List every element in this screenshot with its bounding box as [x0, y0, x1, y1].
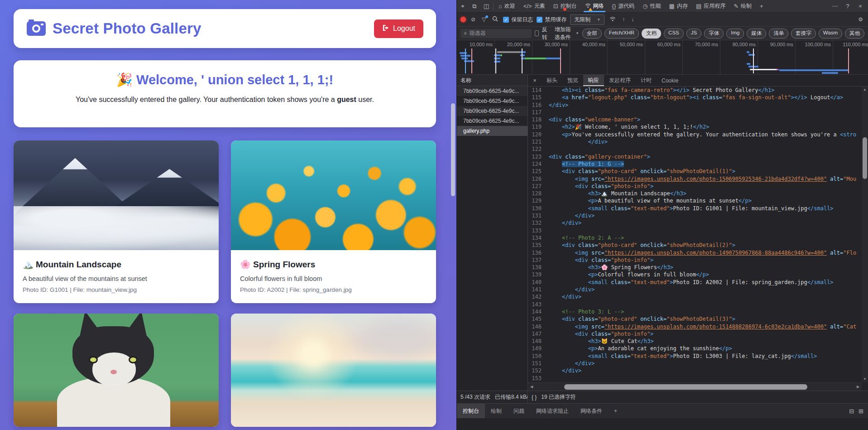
photo-description: A beautiful view of the mountains at sun… [23, 275, 210, 282]
filter-chip-Wasm[interactable]: Wasm [819, 29, 842, 39]
logout-button[interactable]: Logout [374, 19, 423, 38]
drawer-tab-网络条件[interactable]: 网络条件 [575, 404, 608, 418]
page-scrollbar[interactable] [451, 0, 455, 430]
photo-card[interactable]: 🌸 Spring FlowersColorful flowers in full… [231, 140, 436, 303]
gear-icon[interactable]: ⚙ [857, 16, 864, 23]
page-scrollbar-thumb[interactable] [451, 103, 455, 196]
scroll-right-icon[interactable]: ▶ [854, 383, 862, 391]
tab-label: 欢迎 [504, 2, 515, 10]
timeline-tick-label: 10,000 ms [470, 42, 493, 47]
horizontal-scrollbar[interactable]: ◀ ▶ [528, 382, 862, 391]
timeline-event-line [522, 48, 523, 73]
detail-tab-计时[interactable]: 计时 [636, 75, 657, 86]
tab-home[interactable]: ⌂欢迎 [494, 0, 519, 12]
response-code-viewer[interactable]: 114 <h1><i class="fas fa-camera-retro"><… [528, 87, 862, 382]
filter-chip-清单[interactable]: 清单 [769, 29, 788, 39]
tab-application[interactable]: ▤应用程序 [692, 0, 729, 12]
filter-chip-文档[interactable]: 文档 [642, 29, 661, 39]
cat-eye [129, 356, 138, 363]
drawer-tab-绘制[interactable]: 绘制 [485, 404, 508, 418]
preserve-log-toggle[interactable]: ✓ 保留日志 [503, 16, 533, 24]
tab-network[interactable]: 网络 [581, 0, 608, 12]
drawer-tab-控制台[interactable]: 控制台 [457, 404, 485, 418]
tab-sources[interactable]: {}源代码 [608, 0, 639, 12]
network-overview-timeline[interactable]: 10,000 ms20,000 ms30,000 ms40,000 ms50,0… [457, 40, 868, 75]
more-filters-button[interactable]: 增加筛选条件 ▼ [555, 26, 579, 41]
disable-cache-toggle[interactable]: ✓ 禁用缓存 [537, 16, 566, 24]
tab-add-tab[interactable]: + [756, 0, 767, 12]
filter-icon[interactable]: ▽ [480, 16, 487, 23]
photo-card[interactable]: 🏔️ Mountain LandscapeA beautiful view of… [14, 140, 219, 303]
code-line: 133 [528, 227, 862, 234]
filter-chip-Img[interactable]: Img [726, 29, 744, 39]
search-icon[interactable] [491, 16, 499, 23]
detail-tab-Cookie[interactable]: Cookie [657, 75, 683, 86]
sources-icon: {} [612, 3, 616, 10]
filter-chip-套接字[interactable]: 套接字 [791, 29, 816, 39]
inspect-element-icon[interactable]: ⌖ [457, 0, 469, 12]
line-number: 131 [528, 212, 549, 219]
detail-tab-发起程序[interactable]: 发起程序 [604, 75, 636, 86]
photo-card[interactable] [14, 314, 219, 427]
detail-tab-响应[interactable]: 响应 [583, 75, 604, 86]
tab-console[interactable]: ⊡控制台 [549, 0, 581, 12]
focus-mode-icon[interactable]: ◫ [480, 0, 492, 12]
line-number: 135 [528, 242, 549, 249]
throttling-select[interactable]: 无限制 ▼ [570, 14, 604, 25]
code-line: 150 <small class="text-muted">Photo ID: … [528, 353, 862, 360]
export-har-icon[interactable]: ↓ [630, 16, 635, 23]
scroll-up-icon[interactable]: ▲ [862, 87, 868, 93]
tab-label: 应用程序 [704, 2, 725, 10]
code-text: </div> [549, 286, 595, 293]
request-row[interactable]: 7bb09ceb-6625-4e9c... [457, 96, 528, 106]
network-conditions-icon[interactable] [608, 16, 617, 23]
detail-tab-标头[interactable]: 标头 [542, 75, 562, 86]
horizontal-scrollbar-thumb[interactable] [564, 384, 807, 390]
issues-counter-icon[interactable]: ⊟ [849, 408, 854, 415]
clear-icon[interactable]: ⊘ [470, 16, 477, 23]
code-text: <h3>🌸 Spring Flowers</h3> [549, 264, 673, 271]
drawer-add-tab[interactable]: + [608, 404, 623, 418]
request-row[interactable]: 7bb09ceb-6625-4e9c... [457, 116, 528, 126]
filter-chip-Fetch/XHR[interactable]: Fetch/XHR [604, 29, 639, 39]
filter-chip-媒体[interactable]: 媒体 [747, 29, 766, 39]
record-button[interactable] [460, 17, 466, 22]
scroll-left-icon[interactable]: ◀ [528, 383, 535, 391]
filter-chip-JS[interactable]: JS [686, 29, 701, 39]
filter-chip-其他[interactable]: 其他 [845, 29, 864, 39]
photo-card[interactable] [231, 314, 436, 427]
request-row[interactable]: 7bb09ceb-6625-4e9c... [457, 106, 528, 116]
invert-checkbox[interactable] [535, 30, 539, 36]
scroll-down-icon[interactable]: ▼ [862, 376, 868, 382]
tab-performance[interactable]: ◷性能 [638, 0, 665, 12]
more-icon[interactable]: ⋯ [829, 3, 841, 10]
filter-chip-CSS[interactable]: CSS [664, 29, 684, 39]
tab-memory[interactable]: ▦内存 [665, 0, 692, 12]
tab-paint[interactable]: ✎绘制 [729, 0, 756, 12]
transferred-size: 已传输8.4 kB/ [495, 393, 528, 401]
close-icon[interactable]: × [528, 75, 542, 86]
help-icon[interactable]: ? [842, 3, 854, 10]
request-row[interactable]: 7bb09ceb-6625-4e9c... [457, 86, 528, 96]
drawer-tab-网络请求阻止[interactable]: 网络请求阻止 [530, 404, 575, 418]
disable-cache-checkbox[interactable]: ✓ [537, 17, 542, 23]
detail-tab-预览[interactable]: 预览 [562, 75, 583, 86]
code-line: 141 </div> [528, 286, 862, 293]
line-number: 134 [528, 234, 549, 242]
vertical-scrollbar-thumb[interactable] [863, 137, 867, 179]
filter-chip-全部[interactable]: 全部 [582, 29, 602, 39]
preserve-log-checkbox[interactable]: ✓ [503, 17, 509, 23]
device-emulation-icon[interactable]: ⧉ [469, 0, 480, 12]
filter-chip-字体[interactable]: 字体 [704, 29, 724, 39]
code-line: 138 <h3>🌸 Spring Flowers</h3> [528, 264, 862, 271]
filter-input[interactable]: ≡ 筛选器 [460, 29, 532, 38]
divider [493, 2, 494, 10]
import-har-icon[interactable]: ↑ [621, 16, 626, 23]
tab-elements[interactable]: </>元素 [519, 0, 549, 12]
request-row[interactable]: gallery.php [457, 126, 528, 136]
vertical-scrollbar[interactable]: ▲ ▼ [862, 87, 868, 382]
drawer-tab-问题[interactable]: 问题 [508, 404, 530, 418]
close-icon[interactable]: × [854, 3, 866, 10]
code-line: 114 <h1><i class="fas fa-camera-retro"><… [528, 87, 862, 94]
expand-drawer-icon[interactable]: ⊞ [858, 408, 863, 415]
